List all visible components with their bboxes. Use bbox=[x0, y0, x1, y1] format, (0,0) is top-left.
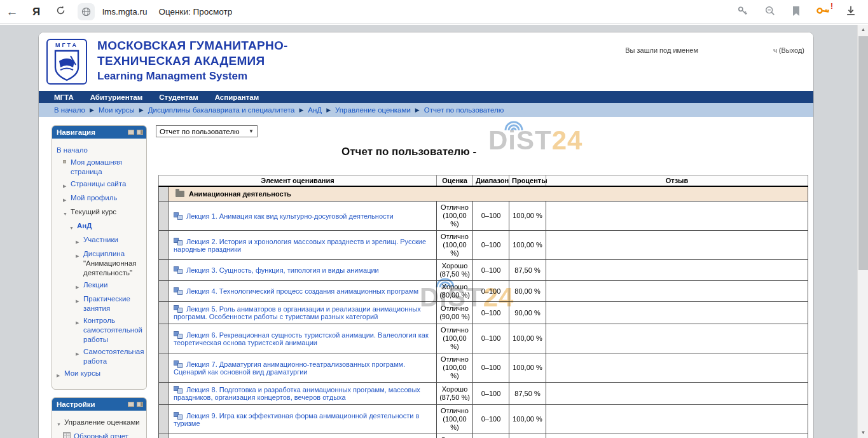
tree-marker-icon[interactable]: ▶ bbox=[76, 249, 83, 261]
grade-item-link[interactable]: Лекция 4. Технологический процесс создан… bbox=[186, 287, 418, 295]
tree-item: В начало bbox=[57, 146, 144, 155]
tree-marker-icon[interactable]: ▼ bbox=[57, 418, 64, 429]
scrollbar-thumb[interactable] bbox=[858, 36, 868, 270]
grade-item-cell: Лекция 8. Подготовка и разработка анимац… bbox=[169, 383, 437, 405]
dock-block-icon[interactable] bbox=[137, 130, 143, 135]
tree-item-label[interactable]: Мои курсы bbox=[64, 369, 100, 378]
grade-item-link[interactable]: Лекция 6. Рекреационная сущность туристс… bbox=[174, 331, 429, 346]
grade-item-cell: Лекция 7. Драматургия анимационно-театра… bbox=[169, 353, 437, 383]
breadcrumb-link[interactable]: В начало bbox=[54, 106, 85, 114]
tree-marker-icon[interactable]: ▶ bbox=[76, 235, 83, 247]
grade-item-link[interactable]: Лекция 8. Подготовка и разработка анимац… bbox=[174, 386, 420, 401]
dock-block-icon[interactable] bbox=[137, 402, 143, 407]
collapse-block-icon[interactable] bbox=[128, 130, 134, 135]
back-button[interactable]: ← bbox=[0, 5, 24, 19]
settings-block: Настройки ▼Управление оценкамиОбзорный о… bbox=[52, 397, 147, 438]
tree-item-label[interactable]: Самостоятельная работа bbox=[83, 347, 144, 366]
site-title-line3: Learning Managment System bbox=[97, 69, 288, 84]
grade-value-cell: Отлично(100,00 %) bbox=[437, 231, 473, 260]
scroll-down-icon[interactable]: ▼ bbox=[858, 428, 868, 438]
grade-value-cell: Отлично(100,00 %) bbox=[437, 324, 473, 353]
tree-item-label[interactable]: В начало bbox=[57, 146, 88, 155]
logout-link[interactable]: ч (Выход) bbox=[773, 46, 804, 54]
page-title: Отчет по пользователю - bbox=[341, 146, 476, 158]
grade-value-cell: Отлично(100,00 %) bbox=[437, 202, 473, 231]
grade-value-percent: (80,00 %) bbox=[438, 291, 471, 299]
grade-item-link[interactable]: Лекция 1. Анимация как вид культурно-дос… bbox=[186, 212, 394, 220]
grade-value-percent: (100,00 %) bbox=[438, 241, 471, 257]
nav-bar: МГТААбитуриентамСтудентамАспирантам bbox=[39, 91, 813, 103]
tree-marker-icon[interactable]: ▶ bbox=[63, 179, 71, 191]
grade-row: Лекция 8. Подготовка и разработка анимац… bbox=[159, 383, 808, 405]
nav-item[interactable]: Студентам bbox=[159, 93, 198, 101]
download-icon[interactable] bbox=[845, 5, 857, 19]
grade-value: Отлично bbox=[438, 305, 471, 313]
tree-marker-icon[interactable]: ▼ bbox=[63, 207, 71, 219]
indent-cell bbox=[159, 383, 169, 405]
grade-value-percent: (87,50 %) bbox=[438, 270, 471, 278]
tree-marker-icon[interactable]: ▶ bbox=[76, 316, 83, 327]
tree-marker-icon[interactable]: ▶ bbox=[57, 369, 64, 380]
nav-item[interactable]: Аспирантам bbox=[215, 93, 259, 101]
lesson-icon bbox=[174, 238, 183, 245]
tree-marker-icon[interactable]: ▶ bbox=[76, 347, 83, 359]
tree-item-label[interactable]: АнД bbox=[77, 221, 92, 231]
grade-value-cell: Отлично(90,00 %) bbox=[437, 302, 473, 324]
site-info-chip[interactable] bbox=[78, 3, 95, 20]
grade-item-link[interactable]: Лекция 9. Игра как эффективная форма ани… bbox=[174, 412, 419, 427]
url-text[interactable]: lms.mgta.ru bbox=[102, 7, 148, 17]
grade-value-percent: (100,00 %) bbox=[438, 364, 471, 380]
grade-value: Отлично bbox=[438, 233, 471, 241]
zoom-page-icon[interactable] bbox=[764, 5, 776, 19]
password-alert-icon[interactable]: ! bbox=[816, 4, 829, 20]
tree-marker-icon[interactable]: ▼ bbox=[69, 221, 77, 233]
collapse-block-icon[interactable] bbox=[128, 402, 134, 407]
tree-item-label[interactable]: Страницы сайта bbox=[71, 179, 126, 189]
vertical-scrollbar[interactable]: ▲ ▼ bbox=[857, 25, 868, 438]
breadcrumb-link[interactable]: Дисциплины бакалавриата и специалитета bbox=[148, 106, 295, 114]
tree-marker-icon[interactable]: ▶ bbox=[76, 280, 83, 292]
grade-item-link[interactable]: Лекция 2. История и хронология массовых … bbox=[174, 238, 426, 253]
title-row: Отчет по пользователю - bbox=[156, 137, 808, 175]
grade-item-link[interactable]: Лекция 7. Драматургия анимационно-театра… bbox=[174, 360, 405, 376]
breadcrumb-link[interactable]: Управление оценками bbox=[335, 106, 411, 114]
scroll-up-icon[interactable]: ▲ bbox=[858, 25, 868, 35]
tree-item-label[interactable]: Обзорный отчет bbox=[74, 432, 128, 438]
nav-item[interactable]: Абитуриентам bbox=[90, 93, 142, 101]
refresh-button[interactable] bbox=[48, 5, 72, 19]
tab-title: Оценки: Просмотр bbox=[159, 7, 233, 17]
breadcrumb-separator: ▶ bbox=[90, 107, 94, 113]
yandex-logo[interactable]: Я bbox=[24, 6, 48, 18]
tree-item-label[interactable]: Дисциплина"Анимационная деятельность" bbox=[83, 249, 144, 278]
tree-item-label[interactable]: Контроль самостоятельной работы bbox=[83, 316, 144, 345]
report-type-select[interactable]: Отчет по пользователю ▼ bbox=[156, 125, 258, 137]
breadcrumb-link[interactable]: Мои курсы bbox=[99, 106, 135, 114]
grade-item-link[interactable]: Лекция 5. Роль аниматоров в организации … bbox=[174, 305, 421, 320]
breadcrumb-link[interactable]: Отчет по пользователю bbox=[424, 106, 504, 114]
breadcrumb-link[interactable]: АнД bbox=[308, 106, 322, 114]
chevron-down-icon: ▼ bbox=[249, 128, 254, 134]
tree-item-label[interactable]: Лекции bbox=[83, 280, 107, 290]
grade-value-cell: Хорошо(87,50 %) bbox=[437, 383, 473, 405]
grade-range-cell: 0–100 bbox=[473, 353, 509, 383]
breadcrumb-separator: ▶ bbox=[139, 107, 144, 113]
grade-percent-cell: 87,50 % bbox=[509, 383, 546, 405]
tree-item-label[interactable]: Мой профиль bbox=[71, 193, 117, 203]
grade-value: Хорошо bbox=[438, 262, 471, 270]
navigation-tree: В началоМоя домашняя страница▶Страницы с… bbox=[52, 139, 146, 389]
tree-item-label[interactable]: Моя домашняя страница bbox=[71, 158, 144, 177]
tree-marker-icon[interactable]: ▶ bbox=[63, 193, 71, 205]
grade-item-cell: Лекция 9. Игра как эффективная форма ани… bbox=[169, 405, 437, 434]
indent-cell bbox=[159, 353, 169, 383]
nav-item[interactable]: МГТА bbox=[54, 93, 74, 101]
key-icon[interactable] bbox=[737, 5, 748, 19]
indent-cell bbox=[159, 324, 169, 353]
grade-item-link[interactable]: Лекция 3. Сущность, функция, типология и… bbox=[186, 266, 379, 274]
tree-item-label[interactable]: Практические занятия bbox=[83, 294, 144, 313]
academy-crest-icon bbox=[52, 48, 82, 83]
tree-item-label[interactable]: Участники bbox=[83, 235, 118, 245]
column-header: Оценка bbox=[437, 175, 473, 187]
bookmark-icon[interactable] bbox=[792, 6, 801, 19]
tree-marker-icon[interactable]: ▶ bbox=[76, 294, 83, 306]
academy-logo[interactable]: МГТА bbox=[46, 39, 87, 85]
